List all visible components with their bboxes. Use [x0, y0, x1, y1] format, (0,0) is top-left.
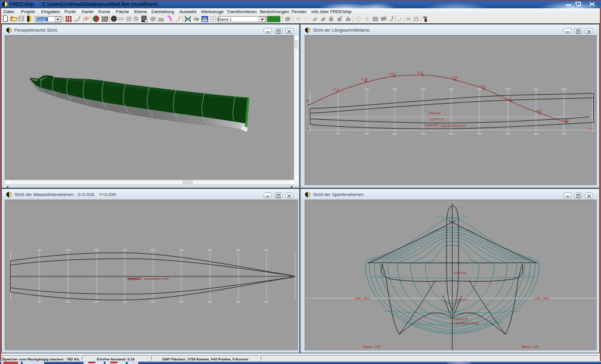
svg-text:0.21: 0.21	[417, 71, 423, 74]
svg-text:*: *	[428, 117, 429, 120]
svg-text:Lateralfläche=1.55: Lateralfläche=1.55	[441, 124, 466, 127]
svg-text:1000: 1000	[65, 249, 70, 251]
svg-text:2000: 2000	[122, 301, 127, 303]
svg-text:0.20: 0.20	[389, 72, 395, 76]
svg-text:Groß: Groß	[38, 17, 47, 21]
svg-text:1000: 1000	[364, 88, 368, 91]
svg-text:3500: 3500	[207, 249, 212, 251]
svg-text:0.07: 0.07	[535, 109, 541, 113]
svg-text:0.14: 0.14	[333, 88, 339, 91]
svg-text:4000: 4000	[534, 88, 538, 91]
svg-text:0.15: 0.15	[479, 85, 485, 88]
svg-text:4500: 4500	[264, 301, 269, 303]
svg-text:3000: 3000	[179, 249, 184, 251]
svg-text:0.03: 0.03	[563, 119, 569, 122]
svg-text:2500: 2500	[150, 249, 155, 251]
svg-text:+0k: +0k	[305, 127, 309, 130]
svg-text:500: 500	[38, 249, 41, 251]
svg-text:2000: 2000	[420, 133, 425, 135]
svg-text:4000: 4000	[534, 133, 538, 135]
svg-text:500: 500	[38, 301, 41, 303]
svg-text:CWL 164: CWL 164	[534, 297, 549, 300]
svg-text:2500: 2500	[150, 301, 155, 303]
svg-text:LCF=2.71: LCF=2.71	[454, 298, 467, 301]
svg-text:Back: Back	[588, 127, 593, 130]
svg-text:3500: 3500	[505, 133, 510, 135]
svg-text:Lateralfläche=1.55: Lateralfläche=1.55	[144, 277, 169, 281]
svg-text:2500: 2500	[448, 88, 453, 91]
svg-text:*: *	[142, 275, 143, 278]
svg-text:*: *	[422, 123, 423, 126]
svg-text:0.09: 0.09	[305, 99, 309, 102]
svg-text:3500: 3500	[207, 301, 212, 303]
svg-text:4000: 4000	[236, 301, 240, 303]
svg-text:CWL 164: CWL 164	[354, 297, 369, 300]
svg-text:500: 500	[336, 133, 340, 135]
svg-text:4500: 4500	[264, 249, 269, 251]
svg-text:KM=0.46: KM=0.46	[454, 271, 466, 275]
svg-text:4500: 4500	[562, 133, 566, 135]
svg-text:*: *	[452, 298, 453, 301]
svg-text:1000: 1000	[364, 133, 368, 135]
svg-text:0.11: 0.11	[506, 97, 512, 101]
svg-text:3500: 3500	[505, 88, 510, 91]
svg-text:3000: 3000	[477, 88, 482, 91]
svg-text:0.19: 0.19	[451, 76, 457, 79]
svg-text:*: *	[452, 317, 453, 320]
svg-text:KM=0.46: KM=0.46	[428, 111, 440, 115]
svg-text:1500: 1500	[392, 88, 397, 91]
svg-text:Lateralfläche=1.55: Lateralfläche=1.55	[454, 321, 479, 325]
svg-text:4500: 4500	[562, 88, 566, 91]
svg-text:Displ=0.87: Displ=0.87	[425, 123, 439, 127]
svg-text:Displ=0.87: Displ=0.87	[127, 277, 141, 281]
svg-text:*: *	[426, 111, 427, 114]
svg-text:2000: 2000	[420, 88, 425, 91]
svg-text:LCF=2.71: LCF=2.71	[430, 117, 444, 121]
svg-text:*: *	[452, 270, 453, 273]
svg-text:4000: 4000	[236, 249, 240, 251]
svg-text:*: *	[124, 275, 125, 278]
svg-text:2000: 2000	[122, 249, 127, 251]
svg-text:1500: 1500	[94, 301, 98, 303]
svg-text:3000: 3000	[179, 301, 184, 303]
svg-text:Basis -136: Basis -136	[363, 345, 380, 349]
svg-text:0.18: 0.18	[361, 77, 367, 81]
svg-text:2500: 2500	[448, 133, 453, 135]
svg-text:Basis -136: Basis -136	[522, 345, 539, 349]
svg-text:1500: 1500	[94, 249, 98, 251]
svg-text:3000: 3000	[477, 133, 482, 135]
svg-text:1500: 1500	[392, 133, 397, 135]
svg-text:1000: 1000	[65, 301, 70, 303]
svg-text:Ebene 1: Ebene 1	[218, 17, 233, 21]
